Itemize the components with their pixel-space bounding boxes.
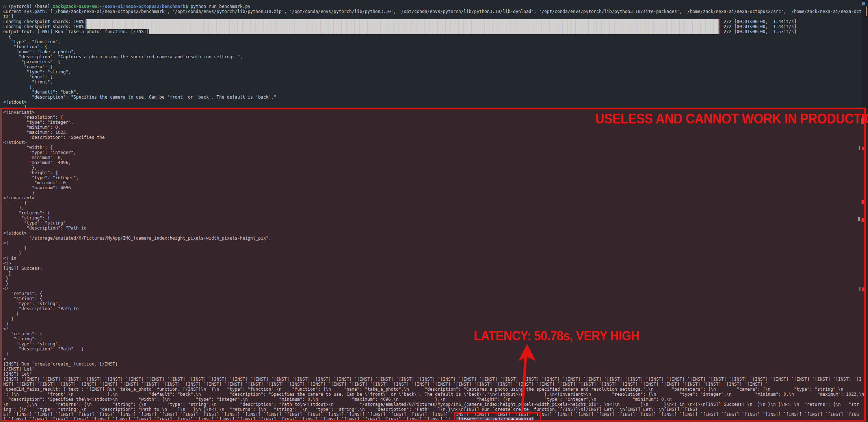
edge-mark-icon (862, 218, 864, 222)
terminal-text: }, (3, 165, 37, 170)
terminal-line: "camera": { (3, 64, 868, 69)
terminal-line: <! in (3, 256, 868, 261)
terminal-line: "description": "Specifies the (3, 135, 868, 140)
terminal-text: } (3, 200, 27, 205)
terminal-line: } (3, 190, 868, 195)
terminal-line: "type": "string", (3, 221, 868, 226)
terminal-line: output_text: [INST] Run `take_a_photo` f… (3, 29, 868, 34)
scrollbar-track[interactable] (862, 0, 868, 108)
terminal-text: < (3, 357, 6, 362)
terminal-line: "height": { (3, 170, 868, 175)
terminal-line: <!> (3, 261, 868, 266)
annotation-useless-label: USELESS AND CANNOT WORK IN PRODUCTION (595, 111, 868, 127)
terminal-text: "string": { (3, 215, 50, 221)
terminal-text: } (3, 321, 8, 326)
terminal-line: } (3, 281, 868, 286)
prompt-path: ~/nexa-ai/nexa-octopus2/benchmark (99, 4, 185, 9)
terminal-line: <!stdout> (3, 231, 868, 236)
terminal-text: <! (3, 286, 8, 291)
terminal-text: } (3, 276, 8, 281)
terminal-line: ] `[INST] `[INST] `[INST] `[INST] `[INST… (3, 417, 868, 422)
terminal-text: <! (3, 326, 8, 331)
terminal-text: [INS (849, 412, 859, 417)
terminal-line: "type": "string", (3, 341, 868, 346)
terminal-text: openELM_faiss_result: {'text': '[INST] R… (3, 387, 868, 392)
terminal-text: }, (3, 105, 29, 110)
terminal-line: "parameters": { (3, 59, 868, 64)
terminal-text: "/storage/emulated/0/Pictures/MyApp/IMG_… (3, 236, 271, 241)
terminal-text: "type": "integer", (3, 120, 73, 125)
terminal-line: "returns": { (3, 210, 868, 215)
terminal-text: Loading checkpoint shards: 100%| (3, 24, 86, 29)
terminal-text: <!invariant> (3, 195, 35, 200)
terminal-text: [INST] `[INST] `[INST] `[INST] `[INST] `… (3, 377, 856, 382)
scrollbar-mark-icon (862, 2, 865, 5)
terminal-text: "description": "Specifies the\n<!stdout>… (3, 397, 672, 402)
terminal-line: "string": | (3, 336, 868, 341)
terminal-line: ta'] (3, 14, 868, 19)
terminal-line: "string": { (3, 215, 868, 221)
terminal-text: $ python run_benchmark.py (185, 4, 251, 9)
terminal-line: } (3, 276, 868, 281)
terminal-text: "description": "Specifies the (3, 135, 105, 140)
terminal-line: } (3, 251, 868, 256)
terminal-line: "description": "Captures a photo using t… (3, 54, 868, 59)
terminal-line: "name": "take_a_photo", (3, 49, 868, 54)
terminal-text: "enum": [ (3, 74, 53, 80)
edge-mark-icon (859, 287, 860, 291)
screenshot-root: { "colors": { "terminal_bg": "#23272e", … (0, 0, 868, 422)
terminal-text: [INST] Let' (3, 372, 32, 377)
terminal-line: "enum": [ (3, 74, 868, 80)
terminal-line: ] (3, 311, 868, 316)
terminal-output: ○ (pytorch) (base) zack@zack-a100-vm:~/n… (3, 4, 868, 422)
terminal-line: "type": "string", (3, 301, 868, 306)
terminal-text: "type": "function", (3, 39, 60, 44)
terminal-line: "maximum": 4096, (3, 160, 868, 165)
terminal-line: "width": { (3, 145, 868, 150)
terminal[interactable]: ○ (pytorch) (base) zack@zack-a100-vm:~/n… (0, 0, 868, 422)
edge-mark-icon (859, 146, 860, 150)
terminal-text: } (3, 281, 8, 286)
terminal-line: <! (3, 326, 868, 331)
terminal-line: "minimum": 0, (3, 180, 868, 185)
edge-mark-icon (862, 200, 864, 204)
terminal-text: } (3, 351, 8, 357)
terminal-line: <! (3, 241, 868, 246)
terminal-line: "description": "Specifies the camera to … (3, 95, 868, 100)
terminal-line: } (3, 351, 868, 357)
terminal-line: <!invariant> (3, 195, 868, 200)
terminal-text: Loading checkpoint shards: 100%| (3, 19, 86, 24)
terminal-text: "returns": { (3, 331, 42, 336)
terminal-text: "minimum": 0, (3, 155, 63, 160)
terminal-text: "maximum": 4096, (3, 160, 71, 165)
terminal-text: } (3, 251, 22, 256)
terminal-text: "maximum": 1023, (3, 130, 68, 135)
terminal-text: ], (3, 85, 35, 90)
terminal-text: "returns": { (3, 291, 42, 296)
terminal-text: ] ` (3, 417, 11, 422)
terminal-text: "camera": { (3, 64, 53, 69)
terminal-line: "minimum": 0, (3, 155, 868, 160)
terminal-text: "string": | (3, 336, 42, 341)
terminal-line: }, (3, 165, 868, 170)
terminal-text: ": [\n "front",\n ],\n "default": "back"… (3, 392, 864, 397)
scrollbar-thumb[interactable] (866, 6, 867, 16)
terminal-text: "name": "take_a_photo", (3, 49, 76, 54)
terminal-text: [I (856, 377, 862, 382)
terminal-line: "string": { (3, 296, 868, 301)
annotation-latency-label: LATENCY: 50.78s, VERY HIGH (474, 328, 639, 344)
terminal-text: | 2/2 [00:01<00:00, 1.44it/s] (719, 19, 797, 24)
terminal-text: output_text: [INST] Run `take_a_photo` f… (3, 29, 149, 34)
terminal-text: \n },\n "returns": {\n "string": {\n "ty… (3, 402, 859, 407)
terminal-text: "type": "string", (3, 301, 60, 306)
terminal-text: "type": "string", (3, 341, 60, 346)
terminal-text: "type": "integer", (3, 150, 76, 155)
terminal-line: "description": "Path to (3, 306, 868, 311)
terminal-text: <!> (3, 261, 11, 266)
terminal-line: [INST] Success! (3, 266, 868, 271)
terminal-text: "minimum": 0, (3, 180, 68, 185)
progress-bar: ████████████████████████████████████████… (86, 24, 719, 29)
terminal-text: "maximum": 4096 (3, 185, 71, 190)
terminal-line: < (3, 357, 868, 362)
terminal-line: "returns": { (3, 291, 868, 296)
